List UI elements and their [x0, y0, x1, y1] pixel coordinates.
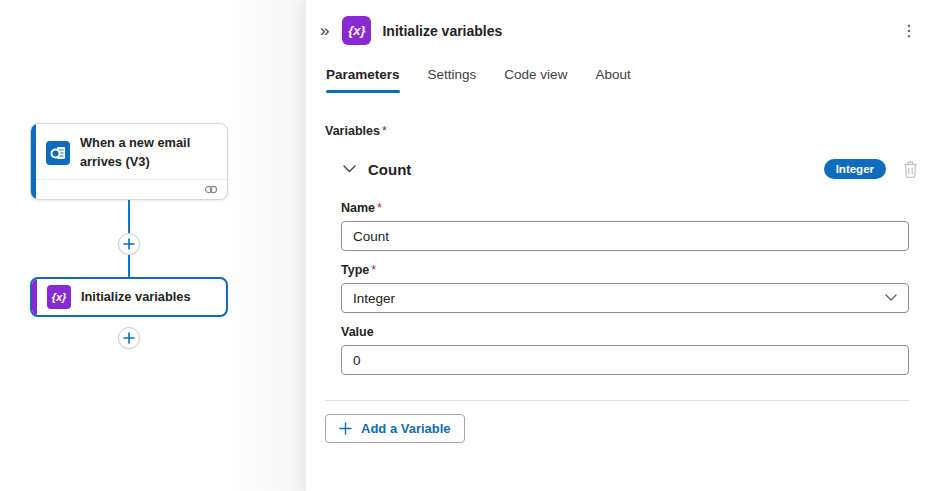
- tab-settings[interactable]: Settings: [428, 67, 477, 93]
- node-title: When a new email arrives (V3): [80, 134, 217, 171]
- type-selected-value: Integer: [353, 291, 395, 306]
- plus-icon: [123, 238, 135, 250]
- insert-step-button[interactable]: [118, 233, 140, 255]
- trigger-accent-bar: [31, 124, 36, 199]
- node-when-a-new-email-arrives[interactable]: When a new email arrives (V3): [30, 123, 228, 200]
- required-marker: *: [371, 263, 376, 277]
- tab-bar: Parameters Settings Code view About: [326, 67, 937, 93]
- chevron-down-icon[interactable]: [341, 163, 358, 175]
- required-marker: *: [382, 124, 387, 138]
- variable-name-header[interactable]: Count: [368, 161, 411, 178]
- chevron-down-icon: [885, 294, 897, 302]
- variables-icon: {x}: [342, 16, 371, 45]
- node-initialize-variables[interactable]: {x} Initialize variables: [30, 277, 228, 317]
- collapse-panel-icon[interactable]: »: [318, 20, 331, 41]
- outlook-icon: [46, 141, 70, 165]
- connection-link-icon[interactable]: [204, 184, 218, 195]
- variables-label: Variables*: [325, 124, 909, 138]
- action-accent-bar: [32, 279, 37, 315]
- section-divider: [325, 400, 909, 401]
- required-marker: *: [377, 201, 382, 215]
- value-field: Value: [341, 325, 909, 375]
- variable-header-row: Count Integer: [341, 159, 909, 179]
- variables-icon: {x}: [47, 285, 71, 309]
- name-label: Name*: [341, 201, 909, 215]
- tab-about[interactable]: About: [595, 67, 630, 93]
- variable-group: Count Integer Name*: [341, 159, 909, 375]
- type-field: Type* Integer: [341, 263, 909, 313]
- flow-canvas[interactable]: When a new email arrives (V3) {x} Initia…: [0, 0, 305, 491]
- name-input[interactable]: [341, 221, 909, 251]
- add-variable-button[interactable]: Add a Variable: [325, 414, 465, 443]
- value-input[interactable]: [341, 345, 909, 375]
- add-variable-label: Add a Variable: [361, 421, 451, 436]
- tab-code-view[interactable]: Code view: [504, 67, 567, 93]
- panel-header: » {x} Initialize variables ⋮: [306, 0, 937, 45]
- node-footer: [31, 179, 227, 199]
- type-dropdown[interactable]: Integer: [341, 283, 909, 313]
- action-details-panel: » {x} Initialize variables ⋮ Parameters …: [305, 0, 937, 491]
- parameters-content: Variables* Count Integer: [306, 93, 937, 443]
- node-title: Initialize variables: [81, 288, 191, 307]
- plus-icon: [339, 422, 352, 435]
- add-step-button[interactable]: [118, 327, 140, 349]
- type-label: Type*: [341, 263, 909, 277]
- plus-icon: [123, 332, 135, 344]
- type-badge: Integer: [824, 159, 886, 179]
- name-field: Name*: [341, 201, 909, 251]
- more-menu-icon[interactable]: ⋮: [895, 19, 923, 42]
- panel-title: Initialize variables: [382, 23, 502, 39]
- trash-icon[interactable]: [902, 160, 919, 179]
- tab-parameters[interactable]: Parameters: [326, 67, 400, 93]
- value-label: Value: [341, 325, 909, 339]
